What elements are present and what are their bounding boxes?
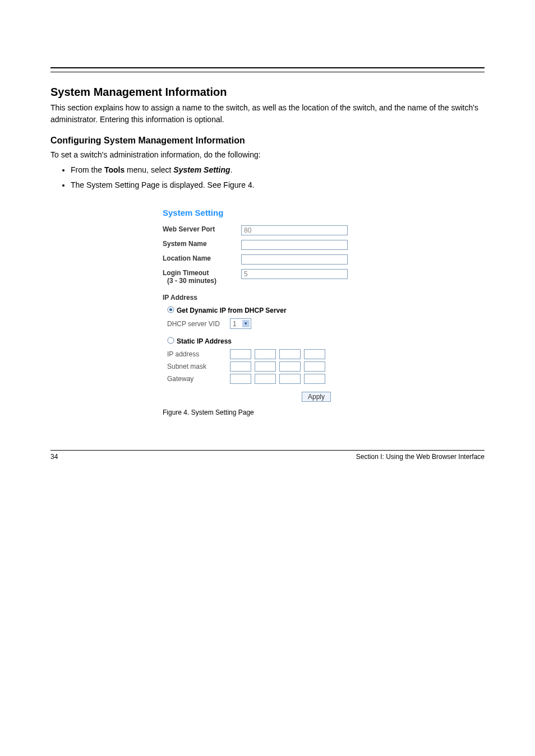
label-system-name: System Name (163, 240, 241, 248)
apply-button[interactable]: Apply (302, 392, 331, 402)
radio-row-dhcp: Get Dynamic IP from DHCP Server (163, 306, 348, 315)
radio-unselected-icon (167, 337, 174, 344)
input-ip-octet-3[interactable] (279, 349, 301, 359)
select-dhcp-vid-value: 1 (233, 320, 237, 328)
page-footer: 34 Section I: Using the Web Browser Inte… (50, 450, 485, 461)
intro-paragraph: This section explains how to assign a na… (50, 102, 485, 126)
input-web-server-port[interactable] (241, 225, 348, 235)
input-subnet-octet-4[interactable] (304, 361, 325, 372)
step-1-text-c: . (230, 165, 233, 174)
radio-dhcp[interactable] (167, 306, 174, 315)
step-2: The System Setting Page is displayed. Se… (71, 179, 485, 191)
select-dhcp-vid[interactable]: 1 ▾ (230, 318, 251, 329)
row-subnet-mask: Subnet mask (167, 361, 348, 372)
row-dhcp-vid: DHCP server VID 1 ▾ (167, 318, 348, 329)
radio-dhcp-label: Get Dynamic IP from DHCP Server (177, 307, 287, 314)
svg-point-1 (169, 308, 172, 311)
input-subnet-octet-3[interactable] (279, 361, 301, 372)
input-login-timeout[interactable] (241, 269, 348, 279)
step-1-bold-a: Tools (104, 165, 124, 174)
row-location-name: Location Name (163, 254, 348, 265)
input-subnet-octet-1[interactable] (230, 361, 251, 372)
figure-caption: Figure 4. System Setting Page (163, 409, 485, 416)
label-web-server-port: Web Server Port (163, 225, 241, 233)
row-gateway: Gateway (167, 374, 348, 384)
ip-address-heading: IP Address (163, 294, 348, 302)
label-login-timeout: Login Timeout (3 - 30 minutes) (163, 269, 241, 285)
step-1-bold-b: System Setting (173, 165, 230, 174)
label-ip-address: IP address (167, 350, 230, 358)
input-subnet-octet-2[interactable] (255, 361, 276, 372)
row-web-server-port: Web Server Port (163, 225, 348, 235)
input-gateway-octet-4[interactable] (304, 374, 325, 384)
label-location-name: Location Name (163, 254, 241, 262)
radio-static-label: Static IP Address (177, 337, 232, 345)
panel-title: System Setting (163, 208, 348, 217)
step-1: From the Tools menu, select System Setti… (71, 164, 485, 176)
section-heading: System Management Information (50, 86, 485, 99)
svg-point-2 (168, 337, 174, 344)
input-ip-octet-4[interactable] (304, 349, 325, 359)
embedded-screenshot: System Setting Web Server Port System Na… (163, 208, 485, 416)
footer-section-label: Section I: Using the Web Browser Interfa… (356, 453, 485, 461)
label-subnet-mask: Subnet mask (167, 363, 230, 370)
footer-page-number: 34 (50, 453, 58, 461)
radio-static[interactable] (167, 337, 174, 346)
step-1-text-a: From the (71, 165, 104, 174)
input-ip-octet-1[interactable] (230, 349, 251, 359)
chevron-down-icon: ▾ (242, 320, 250, 327)
input-system-name[interactable] (241, 240, 348, 250)
radio-selected-icon (167, 306, 174, 313)
label-login-timeout-line1: Login Timeout (163, 269, 209, 277)
row-system-name: System Name (163, 240, 348, 250)
intro-steps: To set a switch's administration informa… (50, 149, 485, 161)
rule-top-thick (50, 67, 485, 68)
label-login-timeout-line2: (3 - 30 minutes) (167, 277, 241, 285)
row-login-timeout: Login Timeout (3 - 30 minutes) (163, 269, 348, 285)
label-gateway: Gateway (167, 375, 230, 383)
label-dhcp-vid: DHCP server VID (167, 320, 230, 328)
input-ip-octet-2[interactable] (255, 349, 276, 359)
input-gateway-octet-1[interactable] (230, 374, 251, 384)
input-gateway-octet-3[interactable] (279, 374, 301, 384)
footer-rule (50, 450, 485, 451)
step-1-text-b: menu, select (124, 165, 173, 174)
input-location-name[interactable] (241, 254, 348, 265)
input-gateway-octet-2[interactable] (255, 374, 276, 384)
subsection-heading: Configuring System Management Informatio… (50, 136, 485, 146)
steps-list: From the Tools menu, select System Setti… (50, 164, 485, 191)
radio-row-static: Static IP Address (163, 337, 348, 346)
row-ip-address: IP address (167, 349, 348, 359)
rule-top-thin (50, 72, 485, 72)
